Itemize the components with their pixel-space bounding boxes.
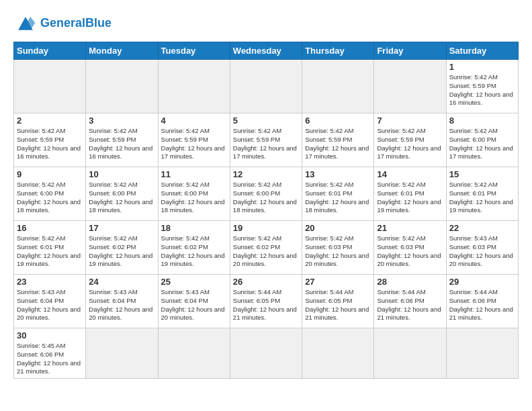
cell-info: Sunrise: 5:42 AMSunset: 6:00 PMDaylight:…	[17, 181, 83, 215]
logo-blue: Blue	[85, 16, 112, 30]
weekday-header-thursday: Thursday	[302, 42, 374, 60]
calendar-cell: 9Sunrise: 5:42 AMSunset: 6:00 PMDaylight…	[14, 167, 86, 221]
day-number: 7	[377, 116, 443, 126]
calendar-cell	[230, 328, 302, 379]
day-number: 22	[449, 223, 515, 233]
calendar-cell	[14, 60, 86, 113]
cell-info: Sunrise: 5:42 AMSunset: 6:01 PMDaylight:…	[449, 181, 515, 215]
calendar-cell: 16Sunrise: 5:42 AMSunset: 6:01 PMDayligh…	[14, 221, 86, 275]
calendar-cell: 7Sunrise: 5:42 AMSunset: 5:59 PMDaylight…	[374, 113, 446, 167]
cell-info: Sunrise: 5:42 AMSunset: 6:00 PMDaylight:…	[449, 127, 515, 161]
day-number: 25	[161, 277, 227, 287]
calendar-cell	[302, 60, 374, 113]
logo-text: GeneralBlue	[40, 17, 112, 29]
day-number: 9	[17, 169, 83, 179]
calendar-cell	[374, 60, 446, 113]
cell-info: Sunrise: 5:42 AMSunset: 6:01 PMDaylight:…	[305, 181, 371, 215]
cell-info: Sunrise: 5:44 AMSunset: 6:05 PMDaylight:…	[233, 288, 299, 322]
calendar-cell: 12Sunrise: 5:42 AMSunset: 6:00 PMDayligh…	[230, 167, 302, 221]
calendar-cell	[302, 328, 374, 379]
day-number: 16	[17, 223, 83, 233]
cell-info: Sunrise: 5:42 AMSunset: 5:59 PMDaylight:…	[161, 127, 227, 161]
calendar-cell: 18Sunrise: 5:42 AMSunset: 6:02 PMDayligh…	[158, 221, 230, 275]
calendar-cell	[86, 328, 158, 379]
day-number: 18	[161, 223, 227, 233]
day-number: 2	[17, 116, 83, 126]
page: GeneralBlue SundayMondayTuesdayWednesday…	[0, 0, 532, 385]
calendar-cell: 23Sunrise: 5:43 AMSunset: 6:04 PMDayligh…	[14, 275, 86, 328]
cell-info: Sunrise: 5:42 AMSunset: 6:01 PMDaylight:…	[377, 181, 443, 215]
cell-info: Sunrise: 5:45 AMSunset: 6:06 PMDaylight:…	[17, 342, 83, 376]
weekday-header-saturday: Saturday	[446, 42, 518, 60]
cell-info: Sunrise: 5:43 AMSunset: 6:04 PMDaylight:…	[89, 288, 154, 322]
cell-info: Sunrise: 5:42 AMSunset: 6:00 PMDaylight:…	[89, 181, 154, 215]
calendar-cell: 3Sunrise: 5:42 AMSunset: 5:59 PMDaylight…	[86, 113, 158, 167]
day-number: 11	[161, 169, 227, 179]
calendar-cell: 19Sunrise: 5:42 AMSunset: 6:02 PMDayligh…	[230, 221, 302, 275]
cell-info: Sunrise: 5:42 AMSunset: 5:59 PMDaylight:…	[89, 127, 154, 161]
calendar: SundayMondayTuesdayWednesdayThursdayFrid…	[13, 42, 519, 379]
calendar-cell	[446, 328, 518, 379]
calendar-cell: 6Sunrise: 5:42 AMSunset: 5:59 PMDaylight…	[302, 113, 374, 167]
cell-info: Sunrise: 5:44 AMSunset: 6:06 PMDaylight:…	[377, 288, 443, 322]
header: GeneralBlue	[13, 11, 519, 35]
logo: GeneralBlue	[13, 11, 112, 35]
calendar-cell: 15Sunrise: 5:42 AMSunset: 6:01 PMDayligh…	[446, 167, 518, 221]
day-number: 1	[449, 62, 515, 72]
week-row-5: 30Sunrise: 5:45 AMSunset: 6:06 PMDayligh…	[14, 328, 519, 379]
calendar-cell: 5Sunrise: 5:42 AMSunset: 5:59 PMDaylight…	[230, 113, 302, 167]
calendar-cell: 22Sunrise: 5:43 AMSunset: 6:03 PMDayligh…	[446, 221, 518, 275]
calendar-cell: 24Sunrise: 5:43 AMSunset: 6:04 PMDayligh…	[86, 275, 158, 328]
calendar-cell: 21Sunrise: 5:42 AMSunset: 6:03 PMDayligh…	[374, 221, 446, 275]
weekday-header-wednesday: Wednesday	[230, 42, 302, 60]
day-number: 14	[377, 169, 443, 179]
calendar-cell: 1Sunrise: 5:42 AMSunset: 5:59 PMDaylight…	[446, 60, 518, 113]
cell-info: Sunrise: 5:43 AMSunset: 6:03 PMDaylight:…	[449, 234, 515, 269]
weekday-header-monday: Monday	[86, 42, 158, 60]
day-number: 19	[233, 223, 299, 233]
day-number: 30	[17, 330, 83, 340]
logo-icon	[13, 11, 38, 35]
cell-info: Sunrise: 5:43 AMSunset: 6:04 PMDaylight:…	[17, 288, 83, 322]
cell-info: Sunrise: 5:44 AMSunset: 6:05 PMDaylight:…	[305, 288, 371, 322]
week-row-3: 16Sunrise: 5:42 AMSunset: 6:01 PMDayligh…	[14, 221, 519, 275]
calendar-cell: 8Sunrise: 5:42 AMSunset: 6:00 PMDaylight…	[446, 113, 518, 167]
day-number: 3	[89, 116, 154, 126]
cell-info: Sunrise: 5:42 AMSunset: 5:59 PMDaylight:…	[17, 127, 83, 161]
calendar-cell: 25Sunrise: 5:43 AMSunset: 6:04 PMDayligh…	[158, 275, 230, 328]
calendar-cell: 20Sunrise: 5:42 AMSunset: 6:03 PMDayligh…	[302, 221, 374, 275]
cell-info: Sunrise: 5:42 AMSunset: 5:59 PMDaylight:…	[377, 127, 443, 161]
calendar-cell	[158, 328, 230, 379]
day-number: 13	[305, 169, 371, 179]
day-number: 10	[89, 169, 154, 179]
day-number: 20	[305, 223, 371, 233]
calendar-cell: 2Sunrise: 5:42 AMSunset: 5:59 PMDaylight…	[14, 113, 86, 167]
cell-info: Sunrise: 5:42 AMSunset: 6:02 PMDaylight:…	[89, 234, 154, 269]
cell-info: Sunrise: 5:42 AMSunset: 5:59 PMDaylight:…	[449, 73, 515, 107]
day-number: 21	[377, 223, 443, 233]
calendar-cell: 11Sunrise: 5:42 AMSunset: 6:00 PMDayligh…	[158, 167, 230, 221]
cell-info: Sunrise: 5:42 AMSunset: 6:00 PMDaylight:…	[161, 181, 227, 215]
cell-info: Sunrise: 5:42 AMSunset: 6:02 PMDaylight:…	[233, 234, 299, 269]
week-row-1: 2Sunrise: 5:42 AMSunset: 5:59 PMDaylight…	[14, 113, 519, 167]
calendar-cell: 10Sunrise: 5:42 AMSunset: 6:00 PMDayligh…	[86, 167, 158, 221]
day-number: 5	[233, 116, 299, 126]
weekday-header-friday: Friday	[374, 42, 446, 60]
cell-info: Sunrise: 5:42 AMSunset: 6:00 PMDaylight:…	[233, 181, 299, 215]
day-number: 15	[449, 169, 515, 179]
calendar-cell: 17Sunrise: 5:42 AMSunset: 6:02 PMDayligh…	[86, 221, 158, 275]
calendar-cell	[374, 328, 446, 379]
logo-general: General	[40, 16, 85, 30]
cell-info: Sunrise: 5:42 AMSunset: 5:59 PMDaylight:…	[305, 127, 371, 161]
cell-info: Sunrise: 5:42 AMSunset: 6:03 PMDaylight:…	[377, 234, 443, 269]
day-number: 24	[89, 277, 154, 287]
calendar-cell	[230, 60, 302, 113]
calendar-cell: 4Sunrise: 5:42 AMSunset: 5:59 PMDaylight…	[158, 113, 230, 167]
week-row-2: 9Sunrise: 5:42 AMSunset: 6:00 PMDaylight…	[14, 167, 519, 221]
day-number: 26	[233, 277, 299, 287]
cell-info: Sunrise: 5:42 AMSunset: 5:59 PMDaylight:…	[233, 127, 299, 161]
cell-info: Sunrise: 5:42 AMSunset: 6:01 PMDaylight:…	[17, 234, 83, 269]
day-number: 23	[17, 277, 83, 287]
day-number: 28	[377, 277, 443, 287]
cell-info: Sunrise: 5:43 AMSunset: 6:04 PMDaylight:…	[161, 288, 227, 322]
